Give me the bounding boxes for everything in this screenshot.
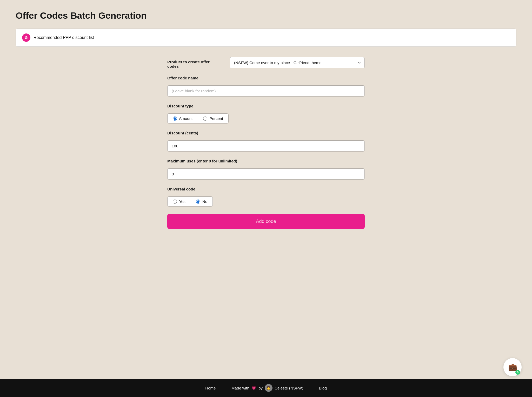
footer-home-link[interactable]: Home: [205, 386, 216, 390]
discount-cents-label: Discount (cents): [167, 131, 365, 135]
offer-code-name-input[interactable]: [167, 85, 365, 97]
universal-code-yes-label: Yes: [179, 199, 185, 204]
universal-code-radio-group: Yes No: [167, 196, 365, 207]
universal-code-yes-radio[interactable]: [173, 200, 177, 204]
badge-emoji: 💼: [508, 363, 517, 372]
discount-type-amount-label: Amount: [179, 116, 192, 121]
form-container: Product to create offer codes (NSFW) Com…: [167, 57, 365, 229]
badge-count: 0: [515, 370, 520, 375]
add-code-button-label: Add code: [256, 218, 276, 224]
max-uses-input[interactable]: 0: [167, 168, 365, 180]
footer-blog-link[interactable]: Blog: [319, 386, 327, 390]
product-row: Product to create offer codes (NSFW) Com…: [167, 57, 365, 69]
discount-type-group: Discount type Amount Percent: [167, 104, 365, 124]
offer-code-name-group: Offer code name: [167, 76, 365, 97]
add-code-button[interactable]: Add code: [167, 214, 365, 229]
discount-type-amount-option[interactable]: Amount: [167, 113, 198, 124]
universal-code-no-label: No: [202, 199, 207, 204]
discount-type-radio-group: Amount Percent: [167, 113, 365, 124]
footer-by-text: by: [258, 386, 263, 390]
product-label: Product to create offer codes: [167, 57, 219, 69]
recommended-icon: G: [22, 33, 30, 42]
product-select[interactable]: (NSFW) Come over to my place - Girlfrien…: [230, 57, 365, 68]
discount-cents-input[interactable]: 100: [167, 140, 365, 152]
page-title: Offer Codes Batch Generation: [16, 10, 516, 21]
recommended-bar[interactable]: G Recommended PPP discount list: [16, 29, 516, 47]
product-select-wrap: (NSFW) Come over to my place - Girlfrien…: [230, 57, 365, 68]
universal-code-label: Universal code: [167, 187, 365, 191]
footer-made-with: Made with 💗 by 👩 Celeste (NSFW): [231, 384, 303, 392]
discount-type-amount-radio[interactable]: [173, 117, 177, 121]
recommended-text: Recommended PPP discount list: [34, 35, 94, 40]
offer-code-name-label: Offer code name: [167, 76, 365, 80]
floating-badge[interactable]: 💼 0: [503, 358, 522, 376]
footer-author-link[interactable]: Celeste (NSFW): [275, 386, 303, 390]
universal-code-yes-option[interactable]: Yes: [167, 196, 191, 207]
max-uses-group: Maximum uses (enter 0 for unlimited) 0: [167, 159, 365, 180]
universal-code-no-radio[interactable]: [196, 200, 200, 204]
universal-code-no-option[interactable]: No: [191, 196, 213, 207]
max-uses-label: Maximum uses (enter 0 for unlimited): [167, 159, 365, 163]
discount-cents-group: Discount (cents) 100: [167, 131, 365, 152]
footer: Home Made with 💗 by 👩 Celeste (NSFW) Blo…: [0, 379, 532, 397]
discount-type-percent-radio[interactable]: [203, 117, 207, 121]
discount-type-percent-option[interactable]: Percent: [198, 113, 228, 124]
discount-type-label: Discount type: [167, 104, 365, 108]
universal-code-group: Universal code Yes No: [167, 187, 365, 207]
discount-type-percent-label: Percent: [209, 116, 223, 121]
footer-heart-emoji: 💗: [251, 386, 256, 390]
footer-made-with-text: Made with: [231, 386, 249, 390]
footer-avatar: 👩: [265, 384, 272, 392]
